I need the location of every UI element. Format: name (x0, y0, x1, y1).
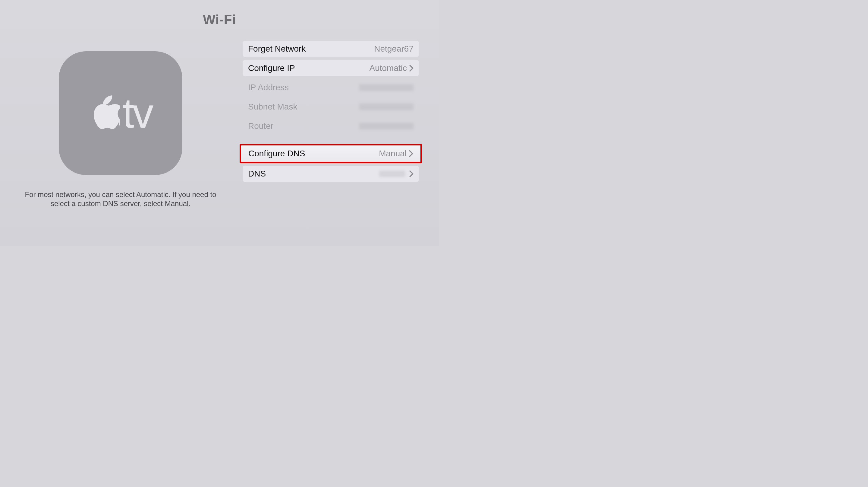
left-column: tv For most networks, you can select Aut… (18, 51, 223, 208)
dns-value-redacted (379, 171, 405, 177)
forget-network-row[interactable]: Forget Network Netgear67 (243, 41, 419, 57)
router-value-redacted (359, 123, 413, 130)
dns-label: DNS (248, 169, 266, 179)
ip-address-value-redacted (359, 84, 413, 91)
page-title: Wi-Fi (0, 12, 439, 27)
configure-dns-row[interactable]: Configure DNS Manual (241, 145, 421, 162)
configure-dns-annotation: Configure DNS Manual (240, 144, 422, 163)
dns-row[interactable]: DNS (243, 166, 419, 182)
chevron-right-icon (409, 150, 413, 157)
ip-address-label: IP Address (248, 83, 289, 92)
subnet-mask-row: Subnet Mask (243, 99, 419, 115)
forget-network-label: Forget Network (248, 44, 306, 54)
apple-logo-icon (90, 95, 120, 131)
configure-ip-label: Configure IP (248, 63, 295, 73)
router-label: Router (248, 121, 273, 131)
subnet-mask-label: Subnet Mask (248, 102, 297, 112)
configure-ip-value: Automatic (370, 63, 407, 73)
forget-network-value: Netgear67 (374, 44, 413, 54)
description-text: For most networks, you can select Automa… (18, 190, 223, 208)
configure-ip-row[interactable]: Configure IP Automatic (243, 60, 419, 76)
settings-list: Forget Network Netgear67 Configure IP Au… (243, 41, 419, 182)
chevron-right-icon (409, 170, 413, 177)
apple-tv-tile: tv (59, 51, 182, 175)
chevron-right-icon (409, 64, 413, 72)
router-row: Router (243, 118, 419, 134)
configure-dns-value: Manual (379, 149, 407, 159)
subnet-mask-value-redacted (359, 104, 413, 110)
ip-address-row: IP Address (243, 79, 419, 96)
wifi-settings-screen: Wi-Fi tv For most networks, you can sele… (0, 0, 439, 246)
apple-tv-logo-text: tv (123, 89, 152, 138)
configure-dns-label: Configure DNS (248, 149, 305, 159)
